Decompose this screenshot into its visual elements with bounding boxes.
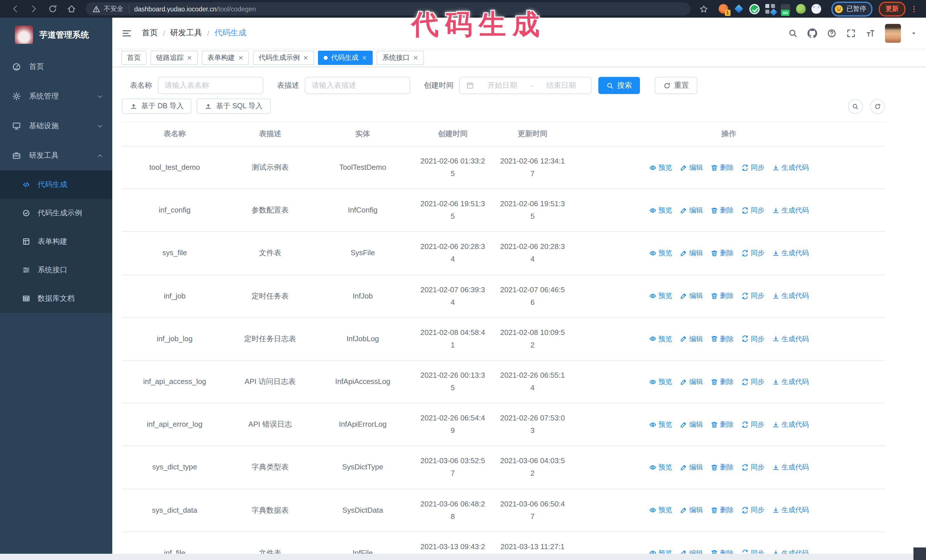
action-sync[interactable]: 同步 xyxy=(741,248,764,259)
sidebar-subitem-form[interactable]: 表单构建 xyxy=(0,227,112,256)
action-edit[interactable]: 编辑 xyxy=(679,248,703,259)
action-edit[interactable]: 编辑 xyxy=(679,504,703,516)
extension-icon-green-pet[interactable] xyxy=(796,4,805,14)
table-row[interactable]: inf_api_access_log API 访问日志表 InfApiAcces… xyxy=(122,360,885,403)
action-edit[interactable]: 编辑 xyxy=(679,376,703,388)
browser-back-icon[interactable] xyxy=(10,4,20,14)
table-name-input[interactable]: 请输入表名称 xyxy=(158,77,263,94)
refresh-table-button[interactable] xyxy=(870,99,885,114)
action-trash[interactable]: 删除 xyxy=(710,205,734,216)
action-eye[interactable]: 预览 xyxy=(649,419,672,430)
table-desc-input[interactable]: 请输入表描述 xyxy=(305,77,410,94)
action-eye[interactable]: 预览 xyxy=(649,162,672,174)
action-download[interactable]: 生成代码 xyxy=(772,333,809,345)
action-trash[interactable]: 删除 xyxy=(710,248,734,259)
github-icon[interactable] xyxy=(808,28,817,38)
column-header[interactable]: 表名称 xyxy=(122,122,227,146)
extension-icon-diamond[interactable] xyxy=(734,4,743,14)
action-trash[interactable]: 删除 xyxy=(710,333,734,345)
action-sync[interactable]: 同步 xyxy=(741,462,764,473)
action-sync[interactable]: 同步 xyxy=(741,419,764,430)
table-row[interactable]: sys_dict_data 字典数据表 SysDictData 2021-03-… xyxy=(122,489,885,531)
browser-reload-icon[interactable] xyxy=(48,4,57,14)
fullscreen-icon[interactable] xyxy=(846,28,856,38)
action-download[interactable]: 生成代码 xyxy=(772,162,809,174)
action-edit[interactable]: 编辑 xyxy=(679,290,703,302)
action-edit[interactable]: 编辑 xyxy=(679,419,703,430)
action-eye[interactable]: 预览 xyxy=(649,376,672,388)
collapse-sidebar-icon[interactable] xyxy=(121,28,132,38)
action-edit[interactable]: 编辑 xyxy=(679,462,703,473)
column-header[interactable]: 更新时间 xyxy=(493,122,572,146)
tab-close-icon[interactable] xyxy=(187,55,192,60)
tab-close-icon[interactable] xyxy=(362,55,367,60)
extension-icon-green-check[interactable] xyxy=(749,4,759,14)
table-row[interactable]: inf_job 定时任务表 InfJob 2021-02-07 06:39:34… xyxy=(122,275,885,317)
action-trash[interactable]: 删除 xyxy=(710,504,734,516)
tab[interactable]: 链路追踪 xyxy=(150,50,198,65)
header-search-icon[interactable] xyxy=(788,28,798,38)
url-text[interactable]: dashboard.yudao.iocoder.cn/tool/codegen xyxy=(134,5,256,12)
action-download[interactable]: 生成代码 xyxy=(772,290,809,302)
table-row[interactable]: inf_config 参数配置表 InfConfig 2021-02-06 19… xyxy=(122,189,885,232)
action-eye[interactable]: 预览 xyxy=(649,290,672,302)
action-trash[interactable]: 删除 xyxy=(710,162,734,174)
action-edit[interactable]: 编辑 xyxy=(679,333,703,345)
breadcrumb-item[interactable]: 代码生成 xyxy=(215,28,247,38)
avatar-caret-icon[interactable] xyxy=(911,30,917,36)
action-trash[interactable]: 删除 xyxy=(710,290,734,302)
action-sync[interactable]: 同步 xyxy=(741,290,764,302)
browser-menu-icon[interactable] xyxy=(910,4,918,14)
action-download[interactable]: 生成代码 xyxy=(772,419,809,430)
sidebar-item-suitcase[interactable]: 研发工具 xyxy=(0,141,112,171)
action-download[interactable]: 生成代码 xyxy=(772,205,809,216)
action-sync[interactable]: 同步 xyxy=(741,162,764,174)
action-edit[interactable]: 编辑 xyxy=(679,162,703,174)
table-row[interactable]: sys_dict_type 字典类型表 SysDictType 2021-03-… xyxy=(122,446,885,489)
action-trash[interactable]: 删除 xyxy=(710,462,734,473)
tab[interactable]: 代码生成 xyxy=(318,50,373,65)
tab-close-icon[interactable] xyxy=(303,55,308,60)
action-edit[interactable]: 编辑 xyxy=(679,205,703,216)
column-header[interactable]: 创建时间 xyxy=(413,122,493,146)
action-download[interactable]: 生成代码 xyxy=(772,376,809,388)
reset-button[interactable]: 重置 xyxy=(655,77,698,94)
column-header[interactable]: 实体 xyxy=(313,122,413,146)
action-download[interactable]: 生成代码 xyxy=(772,248,809,259)
import-sql-button[interactable]: 基于 SQL 导入 xyxy=(197,98,271,114)
search-button[interactable]: 搜索 xyxy=(598,77,640,94)
action-eye[interactable]: 预览 xyxy=(649,205,672,216)
sidebar-item-monitor[interactable]: 基础设施 xyxy=(0,111,112,141)
table-row[interactable]: inf_job_log 定时任务日志表 InfJobLog 2021-02-08… xyxy=(122,318,885,360)
column-header[interactable]: 表描述 xyxy=(227,122,313,146)
tab-close-icon[interactable] xyxy=(413,55,418,60)
bookmark-star-icon[interactable] xyxy=(699,4,708,14)
table-row[interactable]: inf_api_error_log API 错误日志 InfApiErrorLo… xyxy=(122,403,885,446)
browser-update-button[interactable]: 更新 xyxy=(879,2,905,16)
action-eye[interactable]: 预览 xyxy=(649,248,672,259)
action-sync[interactable]: 同步 xyxy=(741,205,764,216)
extension-icon-dark-on[interactable]: on xyxy=(781,4,790,14)
breadcrumb-item[interactable]: 首页 xyxy=(142,28,158,38)
action-sync[interactable]: 同步 xyxy=(741,504,764,516)
tab[interactable]: 系统接口 xyxy=(377,50,424,65)
date-range-input[interactable]: 开始日期 - 结束日期 xyxy=(459,77,592,94)
breadcrumb-item[interactable]: 研发工具 xyxy=(170,28,202,38)
extension-icon-orange[interactable]: 1 xyxy=(718,4,728,14)
sidebar-subitem-example[interactable]: 代码生成示例 xyxy=(0,199,112,227)
profile-chip[interactable]: 已暂停 xyxy=(831,2,872,16)
table-row[interactable]: tool_test_demo 测试示例表 ToolTestDemo 2021-0… xyxy=(122,146,885,189)
action-eye[interactable]: 预览 xyxy=(649,333,672,345)
sidebar-subitem-dbtable[interactable]: 数据库文档 xyxy=(0,284,112,313)
action-download[interactable]: 生成代码 xyxy=(772,504,809,516)
help-icon[interactable] xyxy=(827,28,837,38)
action-eye[interactable]: 预览 xyxy=(649,462,672,473)
table-row[interactable]: sys_file 文件表 Sys​File 2021-02-06 20:28:3… xyxy=(122,232,885,275)
sidebar-item-dashboard[interactable]: 首页 xyxy=(0,52,112,82)
browser-forward-icon[interactable] xyxy=(29,4,39,14)
action-sync[interactable]: 同步 xyxy=(741,333,764,345)
sidebar-logo[interactable]: 芋道管理系统 xyxy=(0,18,112,52)
tab-close-icon[interactable] xyxy=(238,55,243,60)
action-sync[interactable]: 同步 xyxy=(741,376,764,388)
avatar[interactable] xyxy=(885,24,901,42)
